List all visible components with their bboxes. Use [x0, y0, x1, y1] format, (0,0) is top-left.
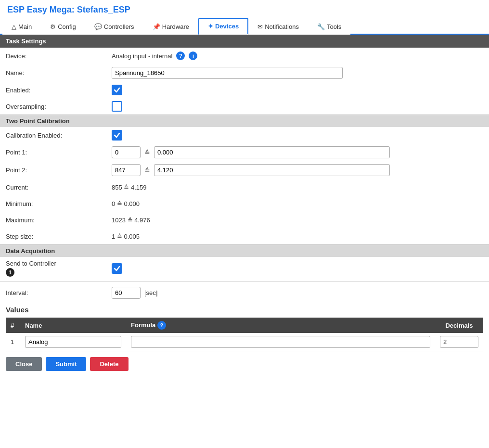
name-input[interactable] — [112, 67, 343, 79]
device-value: Analog input - internal ? i — [112, 51, 483, 60]
point2-raw-input[interactable] — [112, 164, 141, 176]
enabled-row: Enabled: — [0, 82, 489, 98]
current-label: Current: — [6, 184, 112, 191]
minimum-value: 0 ≙ 0.000 — [112, 200, 483, 207]
step-size-label: Step size: — [6, 233, 112, 240]
oversampling-label: Oversampling: — [6, 103, 112, 110]
row-decimals-input[interactable] — [440, 336, 478, 348]
point1-approx-sym: ≙ — [144, 149, 150, 156]
send-controller-label: Send to Controller — [6, 260, 112, 267]
name-label: Name: — [6, 69, 112, 77]
col-header-formula: Formula ? — [126, 318, 435, 333]
data-acquisition-header: Data Acquisition — [0, 244, 489, 257]
row-name-input[interactable] — [25, 336, 121, 348]
enabled-checkbox[interactable] — [112, 85, 122, 95]
close-button[interactable]: Close — [6, 357, 42, 371]
point2-cal-input[interactable] — [154, 164, 390, 176]
point1-row: Point 1: ≙ — [0, 143, 489, 161]
send-controller-row: Send to Controller 1 — [0, 257, 489, 280]
row-formula-cell — [126, 333, 435, 351]
tab-tools[interactable]: 🔧 Tools — [308, 18, 350, 35]
calibration-enabled-checkbox[interactable] — [112, 130, 122, 141]
controller-badge: 1 — [6, 268, 14, 277]
calibration-enabled-row: Calibration Enabled: — [0, 127, 489, 143]
row-formula-input[interactable] — [131, 336, 430, 348]
maximum-row: Maximum: 1023 ≙ 4.976 — [0, 212, 489, 228]
enabled-label: Enabled: — [6, 87, 112, 94]
oversampling-checkbox[interactable] — [112, 101, 122, 112]
current-value: 855 ≙ 4.159 — [112, 184, 483, 191]
tools-icon: 🔧 — [317, 23, 325, 30]
col-header-num: # — [6, 318, 20, 333]
button-row: Close Submit Delete — [0, 351, 489, 379]
step-size-value: 1 ≙ 0.005 — [112, 233, 483, 240]
send-checkmark-icon — [114, 265, 120, 272]
values-title: Values — [6, 302, 483, 316]
notifications-icon: ✉ — [257, 23, 263, 30]
col-header-decimals: Decimals — [435, 318, 483, 333]
maximum-label: Maximum: — [6, 217, 112, 224]
page-title: ESP Easy Mega: Stefans_ESP — [0, 0, 489, 18]
point2-row: Point 2: ≙ — [0, 161, 489, 179]
tab-config[interactable]: ⚙ Config — [41, 18, 85, 35]
step-size-row: Step size: 1 ≙ 0.005 — [0, 228, 489, 244]
point2-approx-sym: ≙ — [144, 166, 150, 174]
hardware-icon: 📌 — [153, 23, 160, 30]
point1-raw-input[interactable] — [112, 146, 141, 158]
config-icon: ⚙ — [50, 23, 56, 30]
name-row: Name: — [0, 64, 489, 82]
tab-devices[interactable]: ✦ Devices — [198, 18, 248, 35]
name-value — [112, 67, 483, 79]
controllers-icon: 💬 — [94, 23, 102, 30]
table-row: 1 — [6, 333, 483, 351]
two-point-calibration-header: Two Point Calibration — [0, 115, 489, 127]
interval-unit: [sec] — [144, 289, 157, 296]
row-decimals-cell — [435, 333, 483, 351]
device-row: Device: Analog input - internal ? i — [0, 48, 489, 64]
task-settings-header: Task Settings — [0, 35, 489, 48]
device-help-icon[interactable]: ? — [176, 51, 185, 60]
point2-label: Point 2: — [6, 166, 112, 174]
delete-button[interactable]: Delete — [90, 357, 128, 371]
formula-help-icon[interactable]: ? — [157, 321, 166, 330]
oversampling-row: Oversampling: — [0, 98, 489, 115]
tab-hardware[interactable]: 📌 Hardware — [143, 18, 198, 35]
row-name-cell — [20, 333, 126, 351]
row-num: 1 — [6, 333, 20, 351]
values-table: # Name Formula ? Decimals 1 — [6, 318, 483, 351]
col-header-name: Name — [20, 318, 126, 333]
calibration-enabled-label: Calibration Enabled: — [6, 132, 112, 139]
device-info-icon[interactable]: i — [189, 51, 197, 60]
submit-button[interactable]: Submit — [46, 357, 86, 371]
interval-label: Interval: — [6, 289, 112, 296]
send-controller-checkbox[interactable] — [112, 263, 122, 274]
tab-controllers[interactable]: 💬 Controllers — [85, 18, 143, 35]
current-row: Current: 855 ≙ 4.159 — [0, 179, 489, 195]
cal-checkmark-icon — [114, 132, 120, 139]
checkmark-icon — [114, 87, 120, 93]
device-label: Device: — [6, 52, 112, 60]
maximum-value: 1023 ≙ 4.976 — [112, 217, 483, 224]
values-section: Values # Name Formula ? Decimals 1 — [0, 302, 489, 351]
interval-row: Interval: [sec] — [0, 284, 489, 302]
tab-main[interactable]: △ Main — [2, 18, 41, 35]
tab-notifications[interactable]: ✉ Notifications — [248, 18, 308, 35]
nav-tabs: △ Main ⚙ Config 💬 Controllers 📌 Hardware… — [0, 18, 489, 35]
devices-icon: ✦ — [208, 23, 213, 30]
minimum-label: Minimum: — [6, 200, 112, 207]
point1-label: Point 1: — [6, 149, 112, 156]
point1-cal-input[interactable] — [154, 146, 390, 158]
minimum-row: Minimum: 0 ≙ 0.000 — [0, 195, 489, 212]
main-icon: △ — [12, 23, 16, 30]
interval-input[interactable] — [112, 287, 141, 299]
